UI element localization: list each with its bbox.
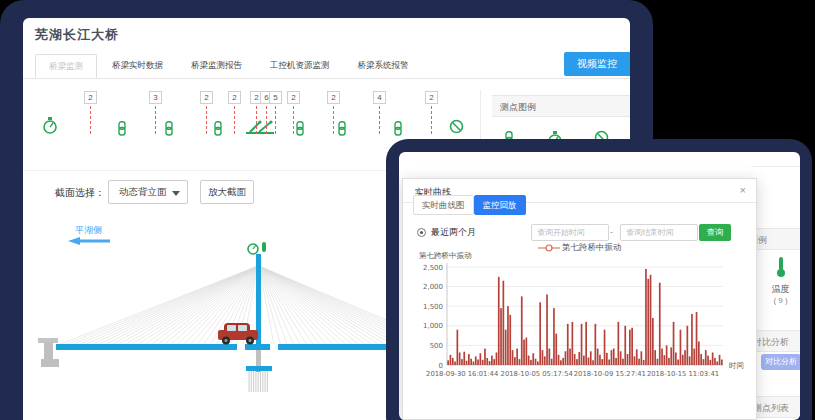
main-tab-3[interactable]: 工控机资源监测 (270, 54, 330, 78)
sensor-position-dash (206, 106, 207, 134)
tower-base-cap (246, 366, 272, 371)
tower-base-hatch (249, 371, 267, 392)
svg-text:2018-09-30 16:01:44: 2018-09-30 16:01:44 (426, 370, 498, 378)
legend-panel-header: 测点图例 (492, 95, 630, 117)
sensor-position-dash (431, 106, 432, 134)
svg-text:2,000: 2,000 (423, 283, 443, 291)
ban-icon[interactable] (449, 119, 464, 138)
sensor-position-dash (234, 106, 235, 134)
sensor-count-chip: 3 (149, 91, 162, 104)
tower-pier (256, 350, 261, 368)
svg-text:500: 500 (430, 342, 443, 350)
date-range-separator: - (610, 227, 613, 237)
enlarge-section-button[interactable]: 放大截面 (200, 180, 254, 204)
svg-text:2018-10-09 15:27:41: 2018-10-09 15:27:41 (574, 370, 646, 378)
chart-plot-area: 05001,0001,5002,0002,5002018-09-30 16:01… (417, 261, 755, 401)
svg-text:2018-10-15 11:03:41: 2018-10-15 11:03:41 (647, 370, 719, 378)
svg-text:时间: 时间 (729, 361, 744, 370)
temperature-count: ( 9 ) (761, 296, 800, 305)
modal-window: 测点图例 温度 ( 9 ) 对比分析 对比分析 振动测点列表 实时曲线 × 实时… (399, 152, 800, 420)
section-select-value: 动态背立面 (119, 186, 167, 197)
chevron-down-icon (172, 191, 180, 196)
main-tab-4[interactable]: 桥梁系统报警 (358, 54, 409, 78)
sensor-count-chip: 2 (228, 91, 241, 104)
page-title: 芜湖长江大桥 (35, 26, 119, 44)
realtime-curve-dialog: 实时曲线 × 实时曲线图监控回放 最近两个月 - 查询 第七跨桥中振动 第七跨桥… (402, 178, 757, 420)
section-select-label: 截面选择： (55, 186, 105, 200)
gauge-icon[interactable] (42, 116, 58, 139)
recent-two-months-option[interactable]: 最近两个月 (417, 226, 476, 239)
sensor-count-chip: 5 (269, 91, 282, 104)
query-button[interactable]: 查询 (699, 224, 731, 241)
chart-y-axis-title: 第七跨桥中振动 (419, 251, 472, 261)
compare-analysis-button[interactable]: 对比分析 (761, 354, 800, 370)
video-monitor-button[interactable]: 视频监控 (564, 52, 630, 76)
svg-text:2,500: 2,500 (423, 264, 443, 272)
sensor-position-dash (155, 106, 156, 134)
chain-link-icon[interactable] (295, 121, 305, 140)
main-tab-2[interactable]: 桥梁监测报告 (191, 54, 242, 78)
car-illustration (218, 323, 258, 345)
radio-icon (417, 228, 426, 237)
dialog-tab-bar: 实时曲线图监控回放 (413, 195, 526, 215)
svg-text:2018-10-05 05:17:54: 2018-10-05 05:17:54 (501, 370, 573, 378)
end-time-input[interactable] (620, 224, 698, 241)
main-tab-0[interactable]: 桥梁监测 (35, 54, 97, 78)
close-icon[interactable]: × (740, 184, 746, 196)
temperature-legend-item[interactable]: 温度 ( 9 ) (761, 256, 800, 305)
dialog-tab-0[interactable]: 实时曲线图 (413, 195, 474, 215)
screenshot-canvas: 芜湖长江大桥 桥梁监测桥梁实时数据桥梁监测报告工控机资源监测桥梁系统报警 视频监… (0, 0, 815, 420)
radio-label: 最近两个月 (431, 226, 476, 239)
sensor-count-chip: 2 (200, 91, 213, 104)
chain-link-icon[interactable] (393, 121, 403, 140)
sensor-position-dash (293, 106, 294, 134)
chain-link-icon[interactable] (337, 121, 347, 140)
sensor-position-dash (266, 106, 267, 134)
sensor-count-chip: 2 (327, 91, 340, 104)
bridge-deck (56, 344, 404, 350)
sensor-count-chip: 2 (287, 91, 300, 104)
left-pier (44, 342, 53, 360)
temperature-label: 温度 (761, 283, 800, 296)
sensor-position-dash (90, 106, 91, 134)
svg-text:0: 0 (439, 362, 443, 370)
sensor-position-dash (256, 106, 257, 134)
chain-link-icon[interactable] (164, 121, 174, 140)
chain-link-icon[interactable] (117, 121, 127, 140)
main-tab-1[interactable]: 桥梁实时数据 (112, 54, 163, 78)
sensor-count-chip: 2 (84, 91, 97, 104)
section-select-dropdown[interactable]: 动态背立面 (108, 180, 188, 204)
tower-sensor-icon[interactable] (262, 242, 266, 252)
thermometer-icon (775, 256, 787, 278)
start-time-input[interactable] (531, 224, 609, 241)
sensor-position-dash (333, 106, 334, 134)
sensor-position-dash (379, 106, 380, 134)
svg-text:1,000: 1,000 (423, 322, 443, 330)
background-divider (751, 166, 800, 167)
sensor-position-dash (275, 106, 276, 134)
main-tab-bar: 桥梁监测桥梁实时数据桥梁监测报告工控机资源监测桥梁系统报警 (23, 55, 630, 79)
dialog-tab-1[interactable]: 监控回放 (474, 195, 526, 215)
joint-device-icon[interactable] (244, 119, 276, 140)
bridge-diagram (30, 240, 404, 412)
sensor-count-chip: 4 (373, 91, 386, 104)
sensor-count-chip: 2 (425, 91, 438, 104)
vibration-chart: 第七跨桥中振动 05001,0001,5002,0002,5002018-09-… (417, 251, 755, 417)
chain-link-icon[interactable] (213, 121, 223, 140)
svg-text:1,500: 1,500 (423, 303, 443, 311)
